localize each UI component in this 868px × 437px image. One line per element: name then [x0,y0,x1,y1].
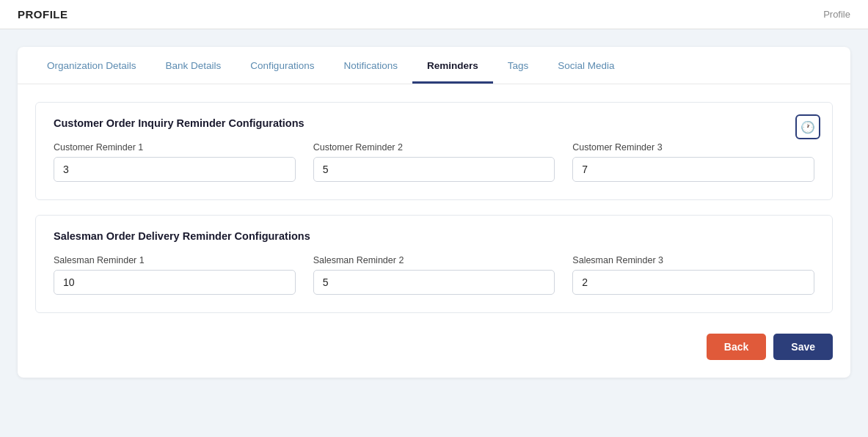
tab-notifications[interactable]: Notifications [329,47,412,84]
customer-reminder-2-label: Customer Reminder 2 [313,142,555,153]
tab-tags[interactable]: Tags [493,47,544,84]
customer-reminder-2-input[interactable] [313,157,555,182]
back-button[interactable]: Back [707,334,766,360]
customer-fields-row: Customer Reminder 1 Customer Reminder 2 … [54,142,814,182]
customer-section-title: Customer Order Inquiry Reminder Configur… [54,117,814,129]
salesman-reminder-1-group: Salesman Reminder 1 [54,255,296,295]
salesman-reminder-2-input[interactable] [313,270,555,295]
tab-reminders[interactable]: Reminders [412,47,493,84]
tab-configurations[interactable]: Configurations [236,47,329,84]
customer-reminder-2-group: Customer Reminder 2 [313,142,555,182]
salesman-reminder-2-label: Salesman Reminder 2 [313,255,555,265]
profile-link[interactable]: Profile [823,9,850,20]
salesman-reminder-1-input[interactable] [54,270,296,295]
salesman-fields-row: Salesman Reminder 1 Salesman Reminder 2 … [54,255,814,295]
tab-social-media[interactable]: Social Media [543,47,629,84]
salesman-reminder-2-group: Salesman Reminder 2 [313,255,555,295]
tab-bar: Organization Details Bank Details Config… [18,47,850,84]
footer-actions: Back Save [35,328,833,363]
main-card: Organization Details Bank Details Config… [18,47,850,378]
tab-bank-details[interactable]: Bank Details [151,47,236,84]
salesman-section: Salesman Order Delivery Reminder Configu… [35,215,833,313]
save-button[interactable]: Save [773,334,833,360]
salesman-reminder-3-label: Salesman Reminder 3 [572,255,814,265]
top-bar: PROFILE Profile [0,0,868,29]
salesman-reminder-1-label: Salesman Reminder 1 [54,255,296,265]
tab-org-details[interactable]: Organization Details [32,47,151,84]
salesman-section-title: Salesman Order Delivery Reminder Configu… [54,230,814,242]
clock-icon: 🕐 [800,120,815,134]
page-title: PROFILE [18,8,68,21]
customer-reminder-1-input[interactable] [54,157,296,182]
customer-section: Customer Order Inquiry Reminder Configur… [35,102,833,200]
salesman-reminder-3-input[interactable] [572,270,814,295]
customer-reminder-3-input[interactable] [572,157,814,182]
salesman-reminder-3-group: Salesman Reminder 3 [572,255,814,295]
customer-reminder-1-label: Customer Reminder 1 [54,142,296,153]
customer-reminder-1-group: Customer Reminder 1 [54,142,296,182]
customer-reminder-3-group: Customer Reminder 3 [572,142,814,182]
customer-section-icon-btn[interactable]: 🕐 [795,114,820,139]
customer-reminder-3-label: Customer Reminder 3 [572,142,814,153]
